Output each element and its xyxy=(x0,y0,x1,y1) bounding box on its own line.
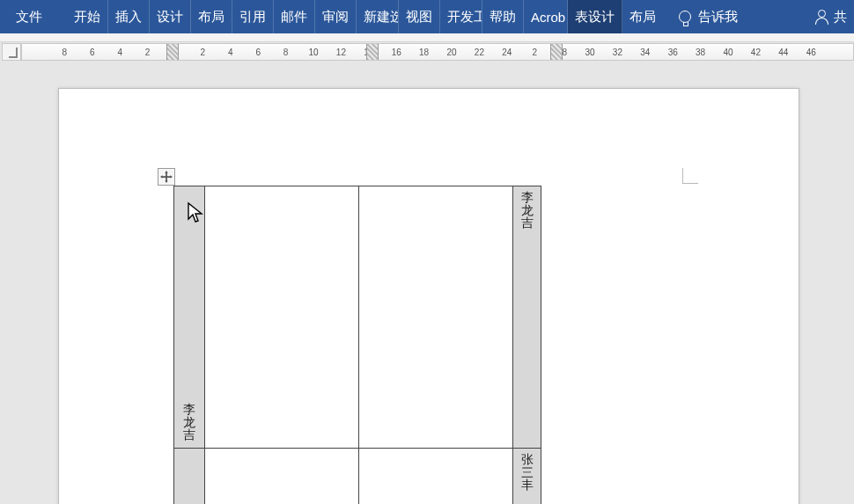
ruler-tick: 2 xyxy=(532,47,537,57)
tab-help[interactable]: 帮助 xyxy=(482,0,524,33)
ruler-tick: 34 xyxy=(640,47,650,57)
share-button[interactable]: 共 xyxy=(807,0,854,33)
table-cell[interactable] xyxy=(174,449,205,505)
tab-references[interactable]: 引用 xyxy=(232,0,274,33)
ruler-tick: 2 xyxy=(145,47,151,57)
ruler-row: 8642246810121416182022242283032343638404… xyxy=(0,42,854,62)
ruler-tick: 2 xyxy=(201,47,206,57)
table-cell[interactable]: 张三丰 xyxy=(513,449,541,505)
ruler-tick: 36 xyxy=(668,47,678,57)
ruler-tick: 4 xyxy=(117,47,122,57)
share-label: 共 xyxy=(834,9,847,26)
ruler-tick: 40 xyxy=(723,47,733,57)
ruler-tick: 30 xyxy=(585,47,594,57)
table-cell[interactable]: 李龙吉 xyxy=(174,186,205,449)
tab-review[interactable]: 审阅 xyxy=(315,0,357,33)
ribbon: 文件 开始 插入 设计 布局 引用 邮件 审阅 新建选 视图 开发工 帮助 Ac… xyxy=(0,0,854,33)
tab-design[interactable]: 设计 xyxy=(150,0,191,33)
toolbar-strip xyxy=(0,33,854,42)
ruler-tick: 6 xyxy=(255,47,261,57)
ruler-tick: 16 xyxy=(392,47,401,57)
tab-table-design[interactable]: 表设计 xyxy=(568,0,622,33)
ruler-corner[interactable] xyxy=(2,43,21,61)
tab-new[interactable]: 新建选 xyxy=(357,0,399,33)
table-cell[interactable] xyxy=(205,449,359,505)
cell-text: 李龙吉 xyxy=(183,404,195,442)
tab-acrobat[interactable]: Acrob xyxy=(524,0,568,33)
tab-view[interactable]: 视图 xyxy=(399,0,440,33)
document-table[interactable]: 李龙吉 李龙吉 张三丰 xyxy=(173,186,541,504)
tab-home[interactable]: 开始 xyxy=(67,0,108,33)
ruler-tick: 38 xyxy=(696,47,705,57)
tab-mailings[interactable]: 邮件 xyxy=(274,0,315,33)
ruler-column-marker[interactable] xyxy=(550,44,563,60)
ruler-tick: 8 xyxy=(283,47,289,57)
tab-insert[interactable]: 插入 xyxy=(108,0,150,33)
tab-table-layout[interactable]: 布局 xyxy=(622,0,663,33)
page: 李龙吉 李龙吉 张三丰 xyxy=(58,88,799,504)
ruler-tick: 46 xyxy=(806,47,816,57)
ruler-tick: 18 xyxy=(419,47,429,57)
cell-text: 张三丰 xyxy=(521,454,534,493)
tell-me-label: 告诉我 xyxy=(698,9,738,26)
tab-file[interactable]: 文件 xyxy=(0,0,58,33)
ruler-tick: 44 xyxy=(778,47,788,57)
cell-text: 李龙吉 xyxy=(521,192,534,230)
ruler-tick: 8 xyxy=(63,47,68,57)
horizontal-ruler[interactable]: 8642246810121416182022242283032343638404… xyxy=(21,43,854,61)
ruler-tick: 42 xyxy=(751,47,761,57)
ruler-column-marker[interactable] xyxy=(366,44,379,60)
tab-layout[interactable]: 布局 xyxy=(191,0,232,33)
table-row: 李龙吉 李龙吉 xyxy=(174,186,541,449)
ruler-tick: 24 xyxy=(502,47,512,57)
table-cell[interactable]: 李龙吉 xyxy=(513,186,541,449)
table-cell[interactable] xyxy=(205,186,359,449)
ruler-tick: 4 xyxy=(228,47,233,57)
ruler-tick: 22 xyxy=(475,47,484,57)
table-cell[interactable] xyxy=(359,186,513,449)
ruler-tick: 32 xyxy=(613,47,622,57)
table-move-handle[interactable] xyxy=(158,168,175,186)
move-icon xyxy=(160,171,173,183)
table-row: 张三丰 xyxy=(174,449,541,505)
table-cell[interactable] xyxy=(359,449,513,505)
person-icon xyxy=(814,10,828,24)
workspace: 李龙吉 李龙吉 张三丰 xyxy=(0,62,854,504)
tell-me[interactable]: 告诉我 xyxy=(663,0,754,33)
ruler-tick: 20 xyxy=(446,47,456,57)
tab-developer[interactable]: 开发工 xyxy=(440,0,482,33)
ruler-tick: 12 xyxy=(336,47,346,57)
ruler-tick: 6 xyxy=(90,47,95,57)
bulb-icon xyxy=(679,11,691,23)
ruler-column-marker[interactable] xyxy=(166,44,179,60)
margin-corner-mark xyxy=(682,168,698,184)
ruler-tick: 10 xyxy=(308,47,318,57)
